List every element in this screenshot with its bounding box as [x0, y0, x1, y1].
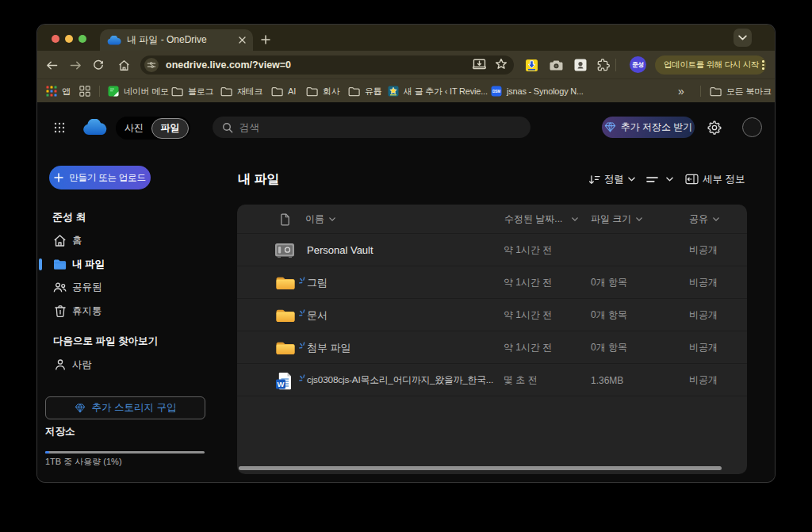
file-row-folder[interactable]: 첨부 파일 약 1시간 전 0개 항목 비공개: [237, 331, 747, 364]
file-row-personal-vault[interactable]: Personal Vault 약 1시간 전 비공개: [237, 234, 747, 266]
vault-icon: [274, 234, 295, 266]
bookmark-new-post[interactable]: 새 글 추가 ‹ IT Revie...: [388, 79, 488, 103]
browser-tab[interactable]: 내 파일 - OneDrive: [100, 29, 253, 51]
folder-icon: [53, 258, 67, 271]
bookmark-naver-memo[interactable]: 네이버 메모: [108, 79, 169, 103]
bookmark-label: 블로그: [188, 86, 213, 98]
update-button[interactable]: 업데이트를 위해 다시 시작: [655, 55, 766, 75]
table-header: 이름 수정된 날짜... 파일 크기 공유: [237, 205, 747, 234]
bookmarks-bar: 앱 네이버 메모 블로그 재테: [37, 78, 775, 102]
bookmark-folder-company[interactable]: 회사: [306, 79, 340, 103]
extension-downloader-icon[interactable]: [524, 58, 538, 72]
chevron-down-icon: [666, 177, 673, 182]
details-label: 세부 정보: [703, 173, 745, 186]
toggle-photos[interactable]: 사진: [116, 121, 152, 135]
search-input[interactable]: [239, 122, 501, 133]
bookmark-reading-list[interactable]: [79, 79, 90, 103]
new-tab-button[interactable]: [256, 30, 275, 49]
column-header-type[interactable]: [280, 205, 290, 234]
settings-button[interactable]: [707, 121, 722, 138]
bookmarks-overflow-button[interactable]: »: [678, 79, 684, 103]
file-size: 0개 항목: [591, 341, 627, 354]
sidebar-item-label: 공유됨: [72, 281, 102, 294]
sidebar-item-trash[interactable]: 휴지통: [37, 300, 238, 322]
grid-outline-icon: [79, 86, 90, 97]
site-settings-button[interactable]: [144, 58, 159, 72]
bookmarks-separator: [99, 86, 100, 97]
bookmark-jsnas[interactable]: DSM jsnas - Synology N...: [491, 79, 584, 103]
file-sharing: 비공개: [689, 341, 718, 354]
toggle-files[interactable]: 파일: [151, 118, 189, 139]
file-name: cjs0308cjs-AI목소리_어디까지_왔을까_한국...: [307, 374, 493, 387]
bookmark-folder-ai[interactable]: AI: [271, 79, 296, 103]
extension-camera-icon[interactable]: [549, 58, 563, 72]
traffic-minimize-button[interactable]: [65, 35, 73, 43]
browser-profile-avatar[interactable]: 준성: [630, 56, 646, 73]
file-sharing: 비공개: [689, 308, 718, 322]
plus-icon: [54, 173, 63, 182]
tab-close-icon[interactable]: [239, 36, 246, 44]
send-to-device-button[interactable]: [473, 58, 487, 72]
bookmark-folder-blog[interactable]: 블로그: [171, 79, 213, 103]
chevron-down-icon: [628, 177, 635, 182]
folder-icon: [271, 86, 283, 97]
tab-strip: 내 파일 - OneDrive: [37, 25, 775, 51]
file-row-word-doc[interactable]: cjs0308cjs-AI목소리_어디까지_왔을까_한국... 몇 초 전 1.…: [237, 364, 747, 396]
extension-white-icon[interactable]: [573, 58, 588, 72]
horizontal-scrollbar[interactable]: [239, 466, 722, 470]
address-bar[interactable]: onedrive.live.com/?view=0: [140, 55, 514, 75]
onedrive-logo[interactable]: [82, 119, 107, 139]
bookmark-label: 앱: [62, 86, 71, 98]
search-box[interactable]: [213, 117, 530, 138]
details-button[interactable]: 세부 정보: [685, 172, 745, 186]
file-row-folder[interactable]: 문서 약 1시간 전 0개 항목 비공개: [237, 299, 747, 331]
home-button[interactable]: [117, 58, 131, 72]
column-header-modified[interactable]: 수정된 날짜...: [504, 205, 578, 234]
all-bookmarks-button[interactable]: 모든 북마크: [710, 79, 772, 103]
file-row-folder[interactable]: 그림 약 1시간 전 0개 항목 비공개: [237, 266, 747, 299]
column-header-share[interactable]: 공유: [689, 205, 719, 234]
naver-memo-icon: [108, 86, 119, 97]
view-options-button[interactable]: [646, 172, 673, 186]
file-size: 1.36MB: [591, 375, 623, 386]
update-label: 업데이트를 위해 다시 시작: [664, 59, 759, 71]
reload-button[interactable]: [91, 58, 105, 72]
sidebar-item-shared[interactable]: 공유됨: [37, 276, 238, 298]
folder-icon: [710, 86, 722, 97]
file-size: 0개 항목: [591, 308, 627, 322]
column-header-name[interactable]: 이름: [305, 205, 335, 234]
sort-label: 정렬: [604, 173, 624, 186]
sidebar-item-people[interactable]: 사람: [37, 354, 238, 376]
person-icon: [53, 358, 67, 372]
tab-search-button[interactable]: [733, 29, 752, 47]
bookmark-star-button[interactable]: [495, 58, 509, 72]
browser-menu-kebab-icon[interactable]: [762, 60, 764, 70]
onedrive-app: 사진 파일 추가 저장소 받기 만들기 또는 업로드 준성 최: [37, 102, 775, 482]
sidebar-item-my-files[interactable]: 내 파일: [37, 253, 238, 275]
sidebar-item-label: 휴지통: [72, 304, 102, 318]
screen: 내 파일 - OneDrive: [0, 0, 812, 532]
bookmark-label: 새 글 추가 ‹ IT Revie...: [404, 86, 488, 98]
traffic-zoom-button[interactable]: [79, 35, 86, 43]
back-button[interactable]: [44, 58, 59, 72]
sidebar-item-home[interactable]: 홈: [37, 229, 238, 251]
extensions-puzzle-icon[interactable]: [596, 58, 611, 72]
buy-storage-button[interactable]: 추가 스토리지 구입: [45, 396, 205, 419]
onedrive-favicon: [107, 36, 121, 45]
bookmark-label: 네이버 메모: [124, 86, 169, 98]
bookmark-folder-youtube[interactable]: 유튭: [348, 79, 382, 103]
column-header-size[interactable]: 파일 크기: [591, 205, 642, 234]
account-avatar[interactable]: [742, 117, 762, 137]
bookmark-folder-jaetech[interactable]: 재테크: [220, 79, 262, 103]
sort-button[interactable]: 정렬: [588, 172, 635, 186]
bookmark-apps[interactable]: 앱: [46, 79, 71, 103]
people-icon: [53, 281, 67, 294]
waffle-menu-button[interactable]: [54, 122, 65, 133]
file-name: Personal Vault: [307, 244, 373, 256]
photos-files-toggle: 사진 파일: [116, 117, 190, 140]
create-or-upload-button[interactable]: 만들기 또는 업로드: [49, 166, 151, 189]
traffic-close-button[interactable]: [52, 35, 59, 43]
forward-button[interactable]: [68, 58, 82, 72]
waffle-icon: [54, 122, 65, 133]
get-more-storage-button[interactable]: 추가 저장소 받기: [602, 117, 695, 138]
